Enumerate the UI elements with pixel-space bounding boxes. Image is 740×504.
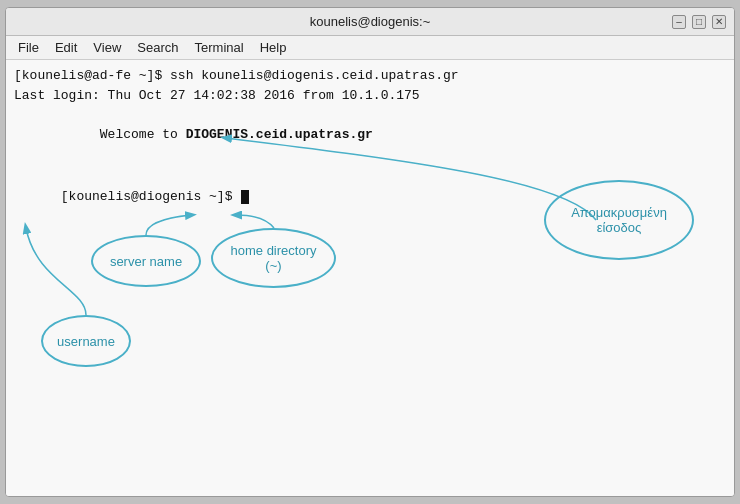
window-controls: – □ ✕: [672, 15, 726, 29]
menu-terminal[interactable]: Terminal: [187, 38, 252, 57]
menu-search[interactable]: Search: [129, 38, 186, 57]
menu-file[interactable]: File: [10, 38, 47, 57]
terminal-cursor: [241, 190, 249, 204]
welcome-server: DIOGENIS.ceid.upatras.gr: [186, 127, 373, 142]
terminal-window: kounelis@diogenis:~ – □ ✕ File Edit View…: [5, 7, 735, 497]
terminal-line-2: Last login: Thu Oct 27 14:02:38 2016 fro…: [14, 86, 726, 106]
bubble-home-directory: home directory (~): [211, 228, 336, 288]
terminal-line-1: [kounelis@ad-fe ~]$ ssh kounelis@diogeni…: [14, 66, 726, 86]
bubble-server-name: server name: [91, 235, 201, 287]
bubble-remote-login: Απομακρυσμένη είσοδος: [544, 180, 694, 260]
window-title: kounelis@diogenis:~: [310, 14, 431, 29]
welcome-prefix: Welcome to: [61, 127, 186, 142]
terminal-area[interactable]: [kounelis@ad-fe ~]$ ssh kounelis@diogeni…: [6, 60, 734, 496]
menu-help[interactable]: Help: [252, 38, 295, 57]
terminal-line-3: Welcome to DIOGENIS.ceid.upatras.gr: [14, 105, 726, 164]
menu-view[interactable]: View: [85, 38, 129, 57]
bubble-username: username: [41, 315, 131, 367]
menu-bar: File Edit View Search Terminal Help: [6, 36, 734, 60]
close-button[interactable]: ✕: [712, 15, 726, 29]
maximize-button[interactable]: □: [692, 15, 706, 29]
prompt-text: [kounelis@diogenis ~]$: [61, 189, 240, 204]
title-bar: kounelis@diogenis:~ – □ ✕: [6, 8, 734, 36]
menu-edit[interactable]: Edit: [47, 38, 85, 57]
minimize-button[interactable]: –: [672, 15, 686, 29]
